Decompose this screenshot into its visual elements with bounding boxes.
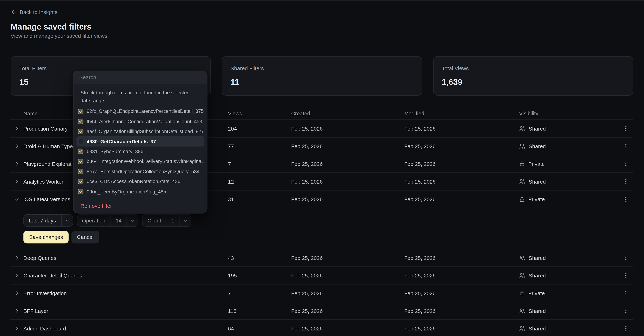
row-expander[interactable] (10, 196, 24, 202)
dropdown-item-label: fb44_AlertChannelConfigurationValidation… (87, 119, 202, 124)
dropdown-item[interactable]: fb44_AlertChannelConfigurationValidation… (74, 116, 207, 126)
row-visibility: Shared (519, 143, 618, 149)
row-expander[interactable] (10, 161, 24, 167)
kebab-menu-icon (623, 125, 629, 132)
chip-value: 14 (110, 215, 126, 226)
lock-icon (519, 290, 525, 296)
column-header-created: Created (291, 110, 404, 117)
checked-checkbox[interactable] (78, 169, 83, 174)
row-modified: Feb 25, 2026 (404, 308, 519, 314)
row-modified: Feb 25, 2026 (404, 255, 519, 261)
row-expander[interactable] (10, 179, 24, 184)
checked-checkbox[interactable] (78, 189, 83, 194)
row-actions-menu-button[interactable] (618, 308, 634, 314)
row-modified: Feb 25, 2026 (404, 125, 519, 131)
lock-icon (519, 196, 525, 202)
unchecked-checkbox[interactable] (78, 139, 83, 144)
row-visibility: Shared (519, 325, 618, 331)
save-changes-button[interactable]: Save changes (24, 231, 69, 243)
checked-checkbox[interactable] (78, 159, 83, 164)
table-row[interactable]: Error Investigation7Feb 25, 2026Feb 25, … (10, 285, 633, 302)
filter-chip[interactable]: Last 7 days (24, 214, 73, 227)
dropdown-item[interactable]: b364_IntegrationWebhookDeliveryStatusWit… (74, 157, 207, 167)
row-name: BFF Layer (24, 308, 228, 314)
checked-checkbox[interactable] (78, 109, 83, 114)
dropdown-item[interactable]: 090d_FeedByOrganizationSlug_485 (74, 186, 207, 196)
row-actions-menu-button[interactable] (618, 325, 634, 332)
row-actions-menu-button[interactable] (618, 290, 634, 297)
table-row[interactable]: Deep Queries43Feb 25, 2026Feb 25, 2026Sh… (10, 249, 633, 267)
kebab-menu-icon (623, 325, 629, 332)
kebab-menu-icon (623, 308, 629, 314)
row-visibility: Shared (519, 272, 618, 279)
row-modified: Feb 25, 2026 (404, 272, 519, 279)
filter-chip[interactable]: Client1 (142, 214, 191, 227)
row-actions-menu-button[interactable] (618, 196, 634, 203)
row-modified: Feb 25, 2026 (404, 161, 519, 167)
row-expander[interactable] (10, 290, 24, 296)
row-created: Feb 25, 2026 (291, 178, 404, 184)
row-actions-menu-button[interactable] (618, 178, 634, 185)
row-actions-menu-button[interactable] (618, 255, 634, 261)
row-visibility: Private (519, 290, 618, 296)
kebab-menu-icon (623, 196, 629, 203)
cancel-button[interactable]: Cancel (72, 231, 99, 243)
dropdown-item[interactable]: 8e7a_PersistedOperationCollectionSyncQue… (74, 167, 207, 177)
row-expander[interactable] (10, 273, 24, 278)
row-modified: Feb 25, 2026 (404, 290, 519, 296)
row-views: 77 (228, 143, 291, 149)
checked-checkbox[interactable] (78, 179, 83, 184)
visibility-label: Shared (528, 255, 546, 261)
visibility-label: Shared (528, 125, 546, 131)
checked-checkbox[interactable] (78, 129, 83, 134)
row-expander[interactable] (10, 143, 24, 149)
row-actions-menu-button[interactable] (618, 143, 634, 150)
dropdown-item[interactable]: 0ce3_CDNAccessTokenRotationStats_436 (74, 176, 207, 186)
visibility-label: Private (528, 161, 545, 167)
row-modified: Feb 25, 2026 (404, 178, 519, 184)
row-modified: Feb 25, 2026 (404, 325, 519, 331)
dropdown-item[interactable]: aacf_OrganizationBillingSubscriptionDeta… (74, 126, 207, 136)
row-expander[interactable] (10, 326, 24, 331)
row-expander[interactable] (10, 126, 24, 131)
row-views: 118 (228, 308, 291, 314)
table-row[interactable]: BFF Layer118Feb 25, 2026Feb 25, 2026Shar… (10, 302, 633, 320)
checked-checkbox[interactable] (78, 149, 83, 154)
filter-chip[interactable]: Operation14 (76, 214, 138, 227)
page-title: Manage saved filters (11, 22, 92, 32)
dropdown-item[interactable]: 6331_SyncSummary_386 (74, 146, 207, 157)
checked-checkbox[interactable] (78, 119, 83, 124)
row-actions-menu-button[interactable] (618, 272, 634, 279)
dropdown-item-label: 92fc_GraphQLEndpointLatencyPercentilesDe… (87, 108, 204, 114)
row-expander[interactable] (10, 308, 24, 314)
users-icon (519, 308, 525, 314)
kebab-menu-icon (623, 143, 629, 150)
row-views: 7 (228, 290, 291, 296)
visibility-label: Shared (528, 325, 546, 331)
remove-filter-button[interactable]: Remove filter (80, 203, 200, 209)
search-input[interactable] (79, 74, 201, 80)
kebab-menu-icon (623, 178, 629, 185)
chip-label: Operation (77, 215, 110, 226)
users-icon (519, 325, 525, 331)
dropdown-item-label: 0ce3_CDNAccessTokenRotationStats_436 (87, 179, 180, 184)
row-views: 7 (228, 161, 291, 167)
chevron-right-icon (14, 273, 20, 278)
dropdown-item[interactable]: 92fc_GraphQLEndpointLatencyPercentilesDe… (74, 106, 207, 116)
back-to-insights-link[interactable]: Back to Insights (11, 9, 58, 15)
row-expander[interactable] (10, 255, 24, 261)
back-arrow-icon (11, 9, 17, 15)
row-views: 12 (228, 178, 291, 184)
column-header-views: Views (228, 110, 291, 117)
visibility-label: Private (528, 196, 545, 202)
dropdown-item-label: 6331_SyncSummary_386 (87, 149, 144, 154)
dropdown-item[interactable]: 4930_GetCharacterDetails_37 (76, 136, 204, 146)
row-actions-menu-button[interactable] (618, 125, 634, 132)
table-row[interactable]: Admin Dashboard64Feb 25, 2026Feb 25, 202… (10, 320, 633, 336)
row-visibility: Shared (519, 178, 618, 184)
table-row[interactable]: Character Detail Queries195Feb 25, 2026F… (10, 267, 633, 285)
chip-value: 1 (166, 215, 179, 226)
expanded-row-editor: Last 7 daysOperation14Client1 Save chang… (10, 208, 633, 249)
row-actions-menu-button[interactable] (618, 160, 634, 167)
back-link-label: Back to Insights (20, 9, 57, 15)
